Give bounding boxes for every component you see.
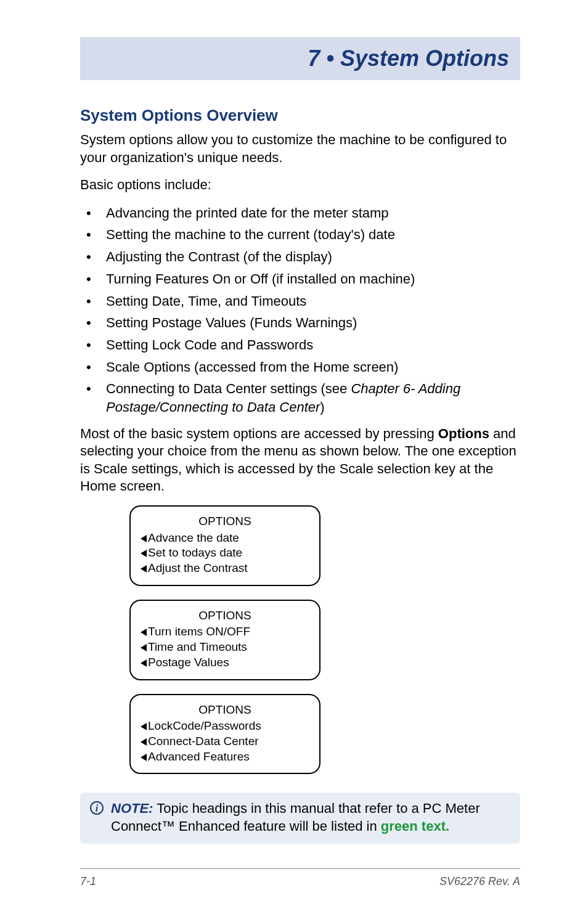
screen-line: Adjust the Contrast bbox=[141, 561, 309, 576]
triangle-left-icon bbox=[141, 550, 147, 557]
screen-line: Advanced Features bbox=[141, 749, 309, 765]
screen-line: Set to todays date bbox=[141, 545, 309, 561]
options-screen-3: OPTIONS LockCode/Passwords Connect-Data … bbox=[129, 694, 321, 775]
after-bullets-paragraph: Most of the basic system options are acc… bbox=[80, 425, 520, 495]
note-label: NOTE: bbox=[111, 801, 153, 816]
screen-title: OPTIONS bbox=[141, 703, 309, 718]
screen-line: Connect-Data Center bbox=[141, 734, 309, 749]
options-screen-1: OPTIONS Advance the date Set to todays d… bbox=[129, 505, 321, 586]
list-item: Advancing the printed date for the meter… bbox=[80, 204, 520, 222]
list-item: Connecting to Data Center settings (see … bbox=[80, 380, 520, 416]
basic-options-label: Basic options include: bbox=[80, 176, 520, 194]
list-item: Setting the machine to the current (toda… bbox=[80, 226, 520, 244]
triangle-left-icon bbox=[141, 644, 147, 651]
list-item: Adjusting the Contrast (of the display) bbox=[80, 248, 520, 266]
intro-paragraph: System options allow you to customize th… bbox=[80, 131, 520, 166]
screen-line-text: Connect-Data Center bbox=[148, 735, 259, 748]
screen-line: Time and Timeouts bbox=[141, 640, 309, 655]
screen-line-text: Time and Timeouts bbox=[148, 640, 247, 653]
list-item-text: Setting Lock Code and Passwords bbox=[106, 337, 313, 353]
info-icon: i bbox=[90, 801, 104, 815]
triangle-left-icon bbox=[141, 754, 147, 761]
triangle-left-icon bbox=[141, 659, 147, 667]
screen-line: Advance the date bbox=[141, 531, 309, 546]
triangle-left-icon bbox=[141, 535, 147, 542]
list-item-text: Setting Postage Values (Funds Warnings) bbox=[106, 315, 357, 330]
note-green-text: green text. bbox=[381, 818, 449, 834]
note-content: i NOTE: Topic headings in this manual th… bbox=[89, 800, 512, 835]
screen-line-text: Adjust the Contrast bbox=[148, 561, 248, 574]
screen-title: OPTIONS bbox=[141, 514, 309, 529]
footer-page-number: 7-1 bbox=[80, 875, 96, 888]
note-callout: i NOTE: Topic headings in this manual th… bbox=[80, 793, 520, 844]
list-item-text: Scale Options (accessed from the Home sc… bbox=[106, 359, 398, 375]
list-item-text-post: ) bbox=[320, 399, 324, 415]
screen-line-text: Advance the date bbox=[148, 531, 239, 544]
list-item: Setting Date, Time, and Timeouts bbox=[80, 292, 520, 311]
screen-line: Postage Values bbox=[141, 655, 309, 671]
screen-line-text: LockCode/Passwords bbox=[148, 719, 261, 732]
chapter-banner: 7 • System Options bbox=[80, 37, 520, 80]
screen-title: OPTIONS bbox=[141, 608, 309, 624]
footer-revision: SV62276 Rev. A bbox=[439, 875, 520, 888]
after-bullets-pre: Most of the basic system options are acc… bbox=[80, 426, 438, 441]
list-item: Setting Lock Code and Passwords bbox=[80, 336, 520, 354]
list-item-text: Setting Date, Time, and Timeouts bbox=[106, 293, 306, 309]
options-bullet-list: Advancing the printed date for the meter… bbox=[80, 204, 520, 417]
triangle-left-icon bbox=[141, 629, 147, 636]
screen-line-text: Turn items ON/OFF bbox=[148, 625, 250, 638]
screen-line-text: Advanced Features bbox=[148, 750, 250, 763]
section-heading: System Options Overview bbox=[80, 106, 520, 125]
triangle-left-icon bbox=[141, 738, 147, 746]
page-footer: 7-1 SV62276 Rev. A bbox=[80, 868, 520, 888]
list-item-text: Adjusting the Contrast (of the display) bbox=[106, 249, 332, 264]
triangle-left-icon bbox=[141, 565, 147, 573]
screen-line: Turn items ON/OFF bbox=[141, 624, 309, 640]
screens-column: OPTIONS Advance the date Set to todays d… bbox=[129, 505, 520, 774]
list-item-text: Advancing the printed date for the meter… bbox=[106, 205, 389, 221]
list-item-text: Setting the machine to the current (toda… bbox=[106, 227, 395, 242]
list-item-text: Turning Features On or Off (if installed… bbox=[106, 271, 415, 287]
screen-line: LockCode/Passwords bbox=[141, 719, 309, 734]
list-item: Setting Postage Values (Funds Warnings) bbox=[80, 314, 520, 332]
list-item: Scale Options (accessed from the Home sc… bbox=[80, 358, 520, 377]
list-item: Turning Features On or Off (if installed… bbox=[80, 270, 520, 288]
options-screen-2: OPTIONS Turn items ON/OFF Time and Timeo… bbox=[129, 600, 321, 680]
after-bullets-bold: Options bbox=[438, 426, 489, 441]
triangle-left-icon bbox=[141, 723, 147, 730]
screen-line-text: Set to todays date bbox=[148, 546, 242, 559]
list-item-text-pre: Connecting to Data Center settings (see bbox=[106, 381, 351, 396]
chapter-title: 7 • System Options bbox=[308, 46, 509, 71]
screen-line-text: Postage Values bbox=[148, 656, 229, 669]
